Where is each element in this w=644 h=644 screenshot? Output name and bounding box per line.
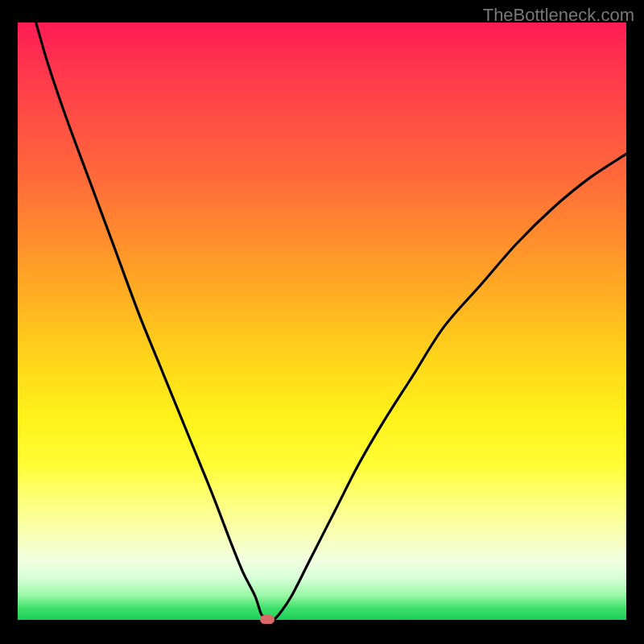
bottleneck-curve <box>36 23 626 621</box>
curve-svg <box>18 23 626 620</box>
watermark-text: TheBottleneck.com <box>483 5 634 26</box>
bottleneck-marker <box>260 615 275 624</box>
chart-frame <box>18 23 626 631</box>
